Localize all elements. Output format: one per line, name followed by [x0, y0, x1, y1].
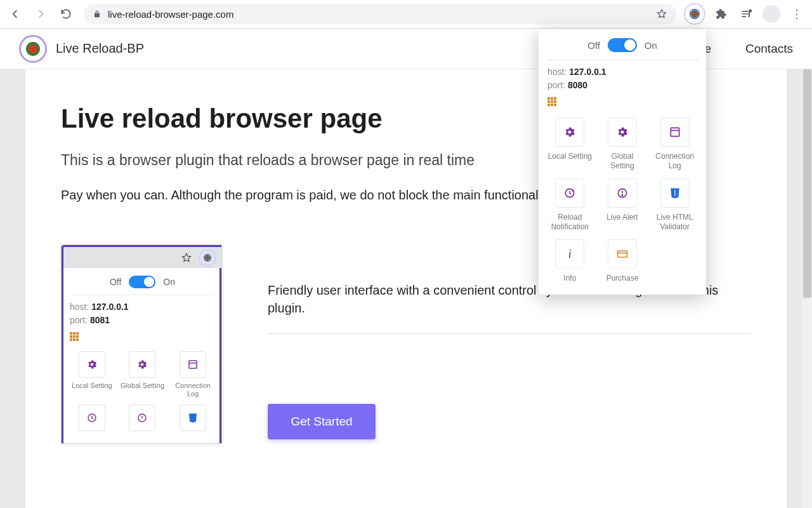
alert-icon: [129, 404, 155, 431]
log-icon: [180, 351, 206, 378]
back-button[interactable]: [4, 3, 27, 25]
extension-logo-icon: [690, 9, 700, 19]
clock-reload-icon: [79, 404, 105, 431]
media-control-icon[interactable]: [735, 3, 757, 25]
get-started-button[interactable]: Get Started: [268, 404, 376, 439]
brand-title: Live Reload-BP: [56, 41, 144, 56]
feature-screenshot: Off On host: 127.0.0.1 port: 8081 Local …: [61, 244, 245, 444]
mini-toggle: [129, 276, 155, 288]
grid-dots-icon[interactable]: [547, 97, 556, 106]
bookmark-star-icon[interactable]: [656, 8, 667, 20]
brand-logo-icon: [19, 35, 47, 63]
mini-off-label: Off: [110, 277, 121, 287]
log-icon: [660, 117, 690, 147]
nav-contacts[interactable]: Contacts: [745, 42, 793, 56]
credit-card-icon: [608, 239, 637, 269]
active-extension-icon[interactable]: [684, 3, 705, 25]
reload-button[interactable]: [55, 3, 77, 25]
grid-dots-icon: [70, 332, 79, 341]
kebab-menu-icon[interactable]: ⋮: [785, 7, 808, 21]
profile-avatar[interactable]: [763, 5, 780, 23]
svg-rect-1: [189, 361, 197, 368]
power-toggle[interactable]: [608, 38, 637, 52]
tile-html-validator[interactable]: Live HTML Validator: [651, 178, 698, 232]
tile-live-alert[interactable]: Live Alert: [599, 178, 646, 232]
alert-icon: [608, 178, 637, 208]
svg-point-7: [622, 195, 623, 196]
gear-icon: [555, 117, 584, 147]
tile-purchase[interactable]: Purchase: [599, 239, 646, 283]
address-bar[interactable]: live-reload-browser-page.com: [84, 4, 676, 24]
clock-reload-icon: [555, 178, 584, 208]
mini-hostport: host: 127.0.0.1 port: 8081: [70, 300, 215, 327]
browser-toolbar: live-reload-browser-page.com ⋮: [0, 0, 812, 29]
forward-button[interactable]: [29, 3, 52, 25]
info-icon: i: [555, 239, 584, 269]
gear-icon: [129, 351, 155, 378]
on-label: On: [645, 40, 657, 51]
mini-on-label: On: [163, 277, 175, 287]
tile-reload-notification[interactable]: Reload Notification: [546, 178, 594, 232]
html5-icon: [660, 178, 690, 208]
tile-info[interactable]: i Info: [546, 239, 594, 283]
tile-global-setting[interactable]: Global Setting: [599, 117, 646, 171]
popup-toggle-row: Off On: [546, 38, 698, 60]
html5-icon: [180, 404, 206, 431]
svg-rect-4: [671, 128, 679, 136]
scrollbar-track[interactable]: [802, 69, 812, 508]
mini-extension-icon: [199, 249, 216, 267]
lock-icon: [93, 10, 102, 18]
tile-local-setting[interactable]: Local Setting: [546, 117, 594, 171]
star-icon: [181, 252, 192, 264]
hostport: host: 127.0.0.1 port: 8080: [546, 65, 698, 92]
scrollbar-thumb[interactable]: [803, 69, 811, 298]
brand[interactable]: Live Reload-BP: [19, 35, 144, 63]
mini-toggle-row: Off On: [70, 276, 215, 295]
tile-connection-log[interactable]: Connection Log: [651, 117, 698, 171]
gear-icon: [79, 351, 105, 378]
extension-popup: Off On host: 127.0.0.1 port: 8080 Local …: [539, 29, 706, 295]
off-label: Off: [587, 40, 600, 51]
gear-icon: [608, 117, 637, 147]
svg-rect-8: [617, 251, 627, 257]
svg-point-0: [749, 10, 751, 11]
extensions-puzzle-icon[interactable]: [709, 3, 732, 25]
url-text: live-reload-browser-page.com: [108, 9, 650, 20]
